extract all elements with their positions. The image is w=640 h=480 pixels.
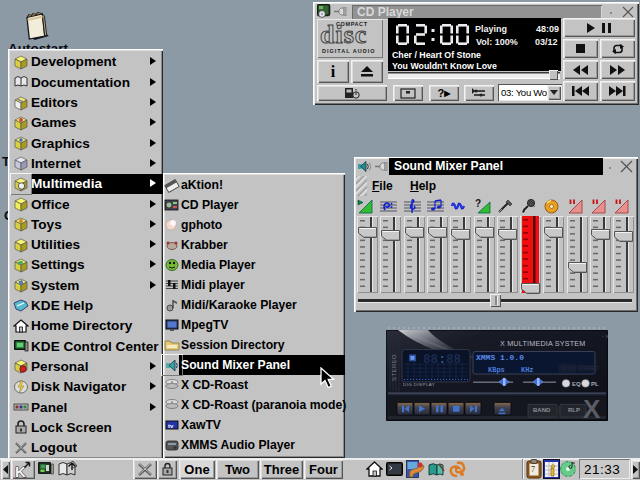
svg-text:STEREO: STEREO	[391, 354, 397, 381]
svg-text:STEREO: STEREO	[578, 366, 599, 371]
svg-text:K: K	[15, 463, 26, 479]
svg-text:EQ: EQ	[572, 381, 581, 387]
svg-text:- x: - x	[602, 333, 608, 339]
svg-text:DIG DISPLAY: DIG DISPLAY	[403, 382, 435, 387]
svg-text:XMMS 1.0.0: XMMS 1.0.0	[476, 353, 524, 362]
svg-text:KHz: KHz	[521, 366, 534, 374]
svg-text:tv: tv	[168, 423, 174, 429]
svg-text:BAND: BAND	[533, 407, 551, 413]
svg-text:KBps: KBps	[488, 366, 505, 374]
svg-text:MONO: MONO	[561, 366, 577, 371]
svg-text:7: 7	[531, 465, 535, 474]
svg-text::: :	[439, 353, 447, 367]
svg-text:X: X	[583, 395, 600, 421]
svg-text:X MULTIMEDIA SYSTEM: X MULTIMEDIA SYSTEM	[500, 340, 586, 348]
svg-text:88: 88	[423, 353, 438, 367]
svg-text:PL: PL	[591, 381, 599, 387]
svg-text:88: 88	[446, 353, 461, 367]
svg-text:RLP: RLP	[568, 407, 580, 413]
svg-text:?: ?	[475, 198, 481, 209]
